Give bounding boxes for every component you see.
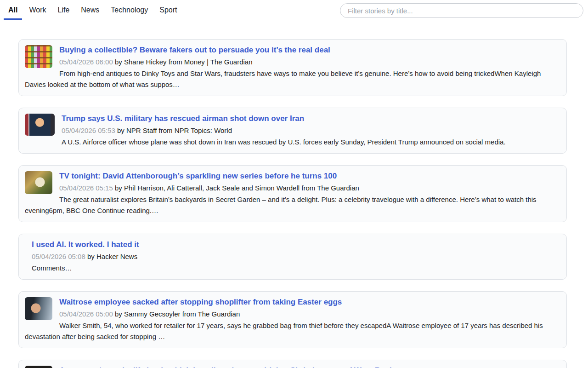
story-meta: 05/04/2026 05:00 by Sammy Gecsoyler from… — [25, 308, 560, 320]
story-summary: From high-end antiques to Dinky Toys and… — [25, 68, 560, 90]
tab-life[interactable]: Life — [53, 0, 74, 20]
top-bar: All Work Life News Technology Sport — [0, 0, 588, 21]
story-thumbnail-attenborough-garden — [25, 171, 52, 194]
story-date: 05/04/2026 06:00 — [59, 58, 113, 66]
tab-sport[interactable]: Sport — [155, 0, 181, 20]
story-title-link[interactable]: Waitrose employee sacked after stopping … — [59, 298, 342, 306]
category-tabs: All Work Life News Technology Sport — [4, 0, 184, 20]
story-title: TV tonight: David Attenborough’s sparkli… — [25, 170, 560, 182]
tab-work[interactable]: Work — [24, 0, 51, 20]
story-card: A strategy ‘to make life intolerable’: I… — [18, 360, 567, 368]
story-card: Waitrose employee sacked after stopping … — [18, 291, 567, 348]
story-byline: by Shane Hickey from Money | The Guardia… — [115, 58, 253, 66]
story-date: 05/04/2026 05:15 — [59, 184, 113, 192]
story-card: TV tonight: David Attenborough’s sparkli… — [18, 165, 567, 222]
story-meta: 05/04/2026 05:53 by NPR Staff from NPR T… — [25, 125, 560, 137]
story-summary: Comments… — [32, 263, 560, 274]
story-title-link[interactable]: Buying a collectible? Beware fakers out … — [59, 46, 330, 54]
story-thumbnail-vehicle-windshield — [25, 366, 52, 368]
story-meta: 05/04/2026 05:15 by Phil Harrison, Ali C… — [25, 182, 560, 194]
story-title-link[interactable]: Trump says U.S. military has rescued air… — [62, 114, 304, 123]
story-title-link[interactable]: I used AI. It worked. I hated it — [32, 240, 139, 249]
story-title: Trump says U.S. military has rescued air… — [25, 113, 560, 125]
story-byline: by Phil Harrison, Ali Catterall, Jack Se… — [115, 184, 359, 192]
story-date: 05/04/2026 05:53 — [62, 126, 115, 134]
tab-all[interactable]: All — [4, 0, 22, 20]
story-summary: The great naturalist explores Britain’s … — [25, 194, 560, 216]
story-byline: by Hacker News — [87, 253, 137, 260]
story-summary: Walker Smith, 54, who worked for retaile… — [25, 320, 560, 342]
tab-technology[interactable]: Technology — [106, 0, 153, 20]
story-thumbnail-toy-shelves — [25, 45, 52, 68]
story-title: Waitrose employee sacked after stopping … — [25, 296, 560, 308]
story-meta: 05/04/2026 05:08 by Hacker News — [32, 251, 560, 263]
story-card: I used AI. It worked. I hated it 05/04/2… — [18, 234, 567, 280]
story-card: Buying a collectible? Beware fakers out … — [18, 39, 567, 96]
story-title-link[interactable]: A strategy ‘to make life intolerable’: I… — [59, 366, 394, 368]
story-card: Trump says U.S. military has rescued air… — [18, 108, 567, 154]
story-date: 05/04/2026 05:00 — [59, 310, 113, 318]
story-byline: by NPR Staff from NPR Topics: World — [117, 126, 232, 134]
story-thumbnail-waitrose-employee — [25, 297, 52, 320]
story-summary: A U.S. Airforce officer whose plane was … — [25, 137, 560, 148]
story-thumbnail-trump-oval-office — [25, 114, 55, 136]
story-byline: by Sammy Gecsoyler from The Guardian — [115, 310, 240, 318]
search-area — [340, 0, 583, 18]
story-title-link[interactable]: TV tonight: David Attenborough’s sparkli… — [59, 172, 337, 180]
story-meta: 05/04/2026 06:00 by Shane Hickey from Mo… — [25, 56, 560, 68]
story-list: Buying a collectible? Beware fakers out … — [18, 39, 567, 368]
story-title: Buying a collectible? Beware fakers out … — [25, 44, 560, 56]
story-title: I used AI. It worked. I hated it — [32, 239, 560, 251]
story-date: 05/04/2026 05:08 — [32, 253, 85, 260]
tab-news[interactable]: News — [76, 0, 104, 20]
story-title: A strategy ‘to make life intolerable’: I… — [25, 365, 560, 368]
filter-stories-input[interactable] — [340, 3, 583, 18]
